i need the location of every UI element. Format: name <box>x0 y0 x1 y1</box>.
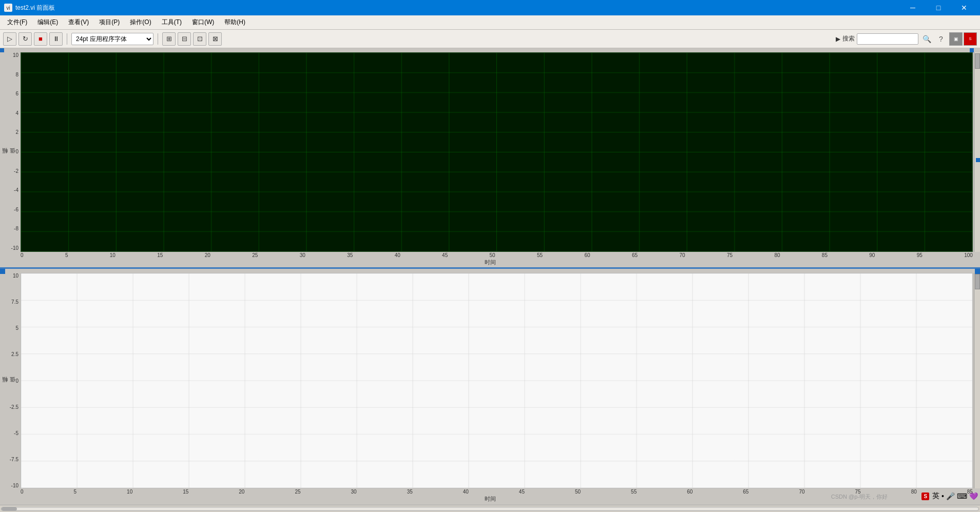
menu-project[interactable]: 项目(P) <box>94 16 125 29</box>
minimize-button[interactable]: ─ <box>901 0 925 15</box>
bottom-right-blue-sq2[interactable] <box>975 269 980 274</box>
lv-icon-2[interactable]: S <box>964 32 977 46</box>
resize-button[interactable]: ⊡ <box>193 32 206 46</box>
chart-top: 10 8 6 4 2 0 -2 -4 -6 -8 -10 幅值 0 5 10 1… <box>0 48 980 269</box>
x-label-top: 时间 <box>485 259 496 266</box>
menu-edit[interactable]: 编辑(E) <box>32 16 63 29</box>
run-continuously-button[interactable]: ↻ <box>18 32 32 46</box>
labview-icons: ▣ S <box>949 32 977 46</box>
lv-icon-1[interactable]: ▣ <box>949 32 963 46</box>
search-area: ▶ 搜索 🔍 ? <box>836 33 947 45</box>
menu-bar: 文件(F) 编辑(E) 查看(V) 项目(P) 操作(O) 工具(T) 窗口(W… <box>0 15 980 30</box>
scrollbar-thumb[interactable] <box>2 507 17 510</box>
abort-button[interactable]: ■ <box>34 32 47 46</box>
top-left-blue-sq[interactable] <box>0 48 4 52</box>
bottom-chart-canvas <box>21 273 973 488</box>
title-bar: vi test2.vi 前面板 ─ □ ✕ <box>0 0 980 15</box>
y-axis-top: 10 8 6 4 2 0 -2 -4 -6 -8 -10 <box>1 52 20 251</box>
font-select[interactable]: 24pt 应用程序字体 <box>71 33 153 45</box>
bottom-left-blue-sq[interactable] <box>0 269 5 274</box>
x-axis-bottom: 0 5 10 15 20 25 30 35 40 45 50 55 60 65 … <box>21 489 973 495</box>
y-axis-bottom: 10 7.5 5 2.5 0 -2.5 -5 -7.5 -10 <box>1 273 20 488</box>
toolbar: ▷ ↻ ■ ⏸ 24pt 应用程序字体 ⊞ ⊟ ⊡ ⊠ ▶ 搜索 🔍 ? ▣ S <box>0 30 980 48</box>
bottom-right-blue-sq[interactable] <box>976 158 980 162</box>
top-right-blue-sq[interactable] <box>970 48 974 52</box>
reorder-button[interactable]: ⊠ <box>208 32 222 46</box>
bottom-scrollbar[interactable] <box>0 505 980 512</box>
menu-window[interactable]: 窗口(W) <box>187 16 219 29</box>
menu-operate[interactable]: 操作(O) <box>125 16 156 29</box>
x-axis-top: 0 5 10 15 20 25 30 35 40 45 50 55 60 65 … <box>21 252 973 258</box>
search-label: 搜索 <box>842 34 855 43</box>
title-bar-left: vi test2.vi 前面板 <box>4 4 55 12</box>
search-arrow: ▶ <box>836 35 840 43</box>
separator-1 <box>67 33 67 45</box>
help-button[interactable]: ? <box>935 33 947 45</box>
x-label-bottom: 时间 <box>485 495 496 503</box>
separator-2 <box>158 33 158 45</box>
maximize-button[interactable]: □ <box>927 0 950 15</box>
main-content: 10 8 6 4 2 0 -2 -4 -6 -8 -10 幅值 0 5 10 1… <box>0 48 980 512</box>
scrollbar-track[interactable] <box>1 507 979 511</box>
chart-bottom: 10 7.5 5 2.5 0 -2.5 -5 -7.5 -10 幅值 0 5 1… <box>0 269 980 505</box>
search-icon-button[interactable]: 🔍 <box>920 33 933 45</box>
align-button[interactable]: ⊞ <box>162 32 176 46</box>
top-chart-canvas <box>21 52 973 252</box>
run-button[interactable]: ▷ <box>3 32 16 46</box>
menu-help[interactable]: 帮助(H) <box>219 16 251 29</box>
close-button[interactable]: ✕ <box>952 0 976 15</box>
menu-tools[interactable]: 工具(T) <box>157 16 187 29</box>
menu-file[interactable]: 文件(F) <box>2 16 32 29</box>
app-icon: vi <box>4 4 12 12</box>
distribute-button[interactable]: ⊟ <box>178 32 191 46</box>
window-title: test2.vi 前面板 <box>15 4 55 12</box>
right-scrollbar-top[interactable] <box>974 52 980 252</box>
search-input[interactable] <box>857 33 918 45</box>
pause-button[interactable]: ⏸ <box>49 32 63 46</box>
right-scrollbar-bottom[interactable] <box>974 273 980 488</box>
menu-view[interactable]: 查看(V) <box>63 16 94 29</box>
title-bar-controls: ─ □ ✕ <box>901 0 976 15</box>
